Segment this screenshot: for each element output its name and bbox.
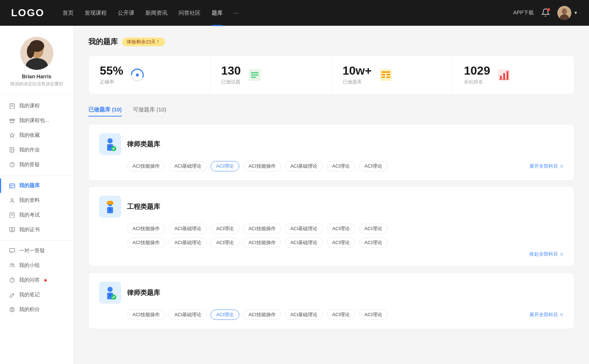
svg-point-39	[11, 308, 13, 310]
svg-point-42	[136, 74, 139, 76]
sidebar-item-favorites[interactable]: 我的收藏	[0, 128, 73, 143]
stat-label-questions: 已做试题	[221, 79, 241, 85]
tag[interactable]: ACI理论	[327, 310, 355, 320]
tag[interactable]: ACI理论	[327, 224, 355, 234]
tag[interactable]: ACI理论	[359, 310, 388, 320]
sidebar-item-group[interactable]: 我的小组	[0, 258, 73, 273]
tag[interactable]: ACI理论	[327, 238, 355, 248]
sidebar-item-certificate[interactable]: 我的证书	[0, 222, 73, 237]
nav-qa[interactable]: 问答社区	[179, 8, 201, 18]
sidebar-menu: 我的课程 我的课程包...	[0, 99, 73, 317]
tag[interactable]: ACI技能操作	[243, 224, 281, 234]
sidebar-item-label: 我的作业	[19, 147, 40, 153]
tabs-row: 已做题库 (10) 可做题库 (10)	[88, 103, 574, 117]
tag-active[interactable]: ACI理论	[211, 310, 239, 320]
tag[interactable]: ACI技能操作	[127, 161, 165, 171]
tab-done-banks[interactable]: 已做题库 (10)	[88, 103, 122, 116]
tag[interactable]: ACI基础理论	[285, 310, 323, 320]
sidebar-item-profile[interactable]: 我的资料	[0, 193, 73, 208]
tag[interactable]: ACI技能操作	[243, 310, 281, 320]
collapse-button-2[interactable]: 收起全部科目 ∧	[127, 251, 564, 257]
tag[interactable]: ACI理论	[211, 238, 239, 248]
tag[interactable]: ACI技能操作	[127, 224, 165, 234]
svg-rect-22	[10, 184, 15, 188]
bank-card-2: 工程类题库 ACI技能操作 ACI基础理论 ACI理论 ACI技能操作 ACI基…	[88, 186, 574, 267]
svg-point-33	[11, 264, 13, 265]
package-icon	[9, 117, 15, 124]
svg-marker-15	[10, 133, 14, 138]
svg-point-34	[13, 264, 14, 265]
nav-news[interactable]: 新闻资讯	[145, 8, 167, 18]
nav-open-course[interactable]: 公开课	[118, 8, 134, 18]
bank-name-1: 律师类题库	[127, 140, 160, 149]
expand-button-3[interactable]: 展开全部科目 ∨	[529, 311, 564, 318]
notification-bell[interactable]	[541, 8, 550, 18]
sidebar-item-question-bank[interactable]: 我的题库	[0, 178, 73, 193]
exam-icon	[9, 212, 15, 218]
svg-text:?: ?	[11, 163, 14, 167]
tab-available-banks[interactable]: 可做题库 (10)	[133, 103, 166, 116]
svg-rect-50	[387, 74, 390, 75]
tag[interactable]: ACI基础理论	[285, 224, 323, 234]
sidebar: Brian Harris 错误的决定比没有决定要好 我的课程	[0, 26, 74, 364]
expand-button-1[interactable]: 展开全部科目 ∨	[529, 163, 564, 169]
app-download-button[interactable]: APP下载	[513, 10, 534, 16]
nav-question-bank[interactable]: 题库	[212, 8, 223, 18]
tag[interactable]: ACI技能操作	[243, 161, 281, 171]
nav-more[interactable]: ···	[234, 8, 239, 18]
notification-dot	[547, 8, 550, 11]
stat-label-correct-rate: 正确率	[100, 79, 123, 85]
sidebar-item-exam[interactable]: 我的考试	[0, 208, 73, 222]
tag[interactable]: ACI基础理论	[169, 238, 207, 248]
stat-questions-done: 130 已做试题	[210, 56, 332, 94]
my-qa-icon: ?	[9, 277, 15, 283]
sidebar-item-label: 一对一答疑	[19, 247, 45, 254]
svg-rect-12	[10, 120, 14, 123]
svg-rect-49	[381, 74, 385, 75]
sidebar-item-notes[interactable]: 我的笔记	[0, 288, 73, 302]
tag[interactable]: ACI理论	[211, 224, 239, 234]
user-avatar-button[interactable]: ▼	[557, 6, 578, 20]
sidebar-item-qa[interactable]: ? 我的答疑	[0, 157, 73, 172]
sidebar-item-points[interactable]: 我的积分	[0, 302, 73, 317]
qa-icon: ?	[9, 161, 15, 168]
stat-value-banks: 10w+	[343, 65, 372, 76]
tag[interactable]: ACI基础理论	[169, 224, 207, 234]
sidebar-item-1on1[interactable]: 一对一答疑	[0, 243, 73, 258]
tag[interactable]: ACI理论	[359, 161, 388, 171]
sidebar-item-label: 我的考试	[19, 212, 40, 218]
svg-text:?: ?	[11, 278, 14, 282]
tag[interactable]: ACI基础理论	[169, 161, 207, 171]
bank-tags-row2-2: ACI技能操作 ACI基础理论 ACI理论 ACI技能操作 ACI基础理论 AC…	[99, 238, 564, 248]
tag[interactable]: ACI技能操作	[127, 310, 165, 320]
sidebar-item-course-package[interactable]: 我的课程包...	[0, 113, 73, 128]
list-icon	[247, 67, 263, 83]
stat-value-correct-rate: 55%	[100, 65, 123, 76]
sidebar-item-homework[interactable]: 我的作业	[0, 143, 73, 157]
divider2	[0, 240, 73, 240]
lawyer-icon-1	[99, 133, 121, 155]
sidebar-item-my-qa[interactable]: ? 我的问答	[0, 273, 73, 288]
tag[interactable]: ACI基础理论	[285, 238, 323, 248]
user-avatar	[557, 6, 571, 20]
svg-point-58	[107, 138, 113, 143]
stat-value-rank: 1029	[464, 65, 490, 76]
nav-home[interactable]: 首页	[63, 8, 74, 18]
nav-discover[interactable]: 发现课程	[85, 8, 107, 18]
bank-tags-row1-2: ACI技能操作 ACI基础理论 ACI理论 ACI技能操作 ACI基础理论 AC…	[99, 224, 564, 234]
page-header: 我的题库 体验剩余23天！	[88, 37, 574, 47]
bank-card-1: 律师类题库 ACI技能操作 ACI基础理论 ACI理论 ACI技能操作 ACI基…	[88, 124, 574, 181]
tag[interactable]: ACI理论	[359, 224, 388, 234]
tag-active[interactable]: ACI理论	[211, 161, 239, 171]
tag[interactable]: ACI技能操作	[127, 238, 165, 248]
main-layout: Brian Harris 错误的决定比没有决定要好 我的课程	[0, 26, 589, 364]
svg-rect-56	[507, 71, 508, 79]
lawyer-icon-3	[99, 282, 121, 304]
svg-rect-51	[381, 76, 385, 78]
tag[interactable]: ACI基础理论	[285, 161, 323, 171]
tag[interactable]: ACI理论	[359, 238, 388, 248]
tag[interactable]: ACI技能操作	[243, 238, 281, 248]
tag[interactable]: ACI理论	[327, 161, 355, 171]
sidebar-item-my-course[interactable]: 我的课程	[0, 99, 73, 113]
tag[interactable]: ACI基础理论	[169, 310, 207, 320]
